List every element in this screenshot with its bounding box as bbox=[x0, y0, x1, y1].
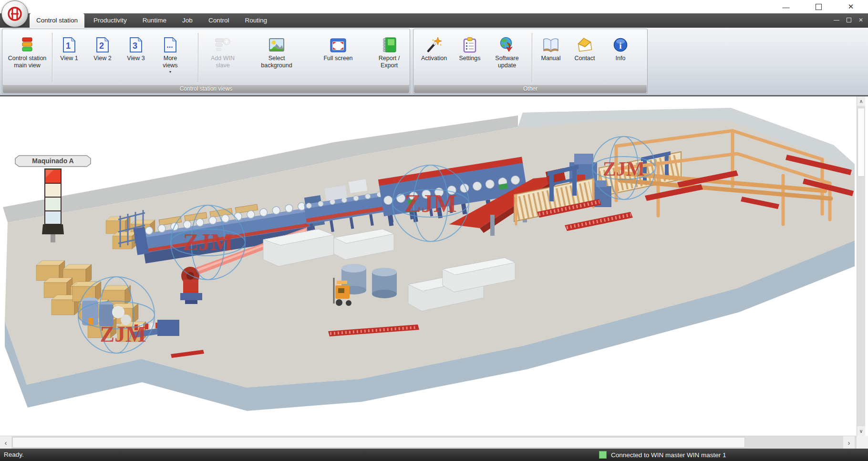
separator bbox=[532, 33, 532, 82]
window-restore-button[interactable] bbox=[808, 0, 829, 13]
view-1-button[interactable]: 1 View 1 bbox=[54, 31, 84, 85]
close-icon: ✕ bbox=[848, 2, 854, 11]
scrollbar-corner bbox=[857, 436, 868, 449]
add-win-slave-button[interactable]: Add WIN slave bbox=[202, 31, 244, 85]
svg-text:1: 1 bbox=[66, 41, 71, 51]
settings-button[interactable]: Settings bbox=[455, 31, 485, 85]
select-background-button[interactable]: Select background bbox=[250, 31, 303, 85]
report-notebook-icon bbox=[381, 35, 397, 53]
zjm-watermark-text: ZJM bbox=[100, 322, 146, 346]
envelope-icon bbox=[576, 35, 593, 53]
page-dots-icon: ... bbox=[162, 35, 178, 53]
more-views-button[interactable]: ... More views ▼ bbox=[154, 31, 186, 85]
dropdown-arrow-icon: ▼ bbox=[169, 70, 172, 73]
activation-button[interactable]: Activation bbox=[415, 31, 453, 85]
page-3-icon: 3 bbox=[128, 35, 144, 53]
app-logo[interactable] bbox=[1, 0, 28, 27]
stack-light-icon bbox=[20, 35, 35, 53]
contact-button[interactable]: Contact bbox=[568, 31, 601, 85]
button-label: Add WIN slave bbox=[208, 55, 238, 69]
chevron-left-icon: ‹ bbox=[5, 439, 7, 447]
vertical-scrollbar[interactable]: ∧ ∨ bbox=[857, 96, 865, 436]
vertical-scroll-thumb[interactable] bbox=[858, 108, 865, 177]
page-2-icon: 2 bbox=[94, 35, 111, 53]
minimize-icon: — bbox=[783, 3, 790, 11]
status-ready-text: Ready. bbox=[4, 449, 24, 461]
clipboard-icon bbox=[462, 35, 478, 53]
connection-status: Connected to WIN master WIN master 1 bbox=[599, 449, 726, 461]
magic-wand-icon bbox=[426, 35, 442, 53]
svg-text:2: 2 bbox=[99, 41, 104, 51]
info-icon: i bbox=[612, 35, 629, 53]
machine-label-text: Maquinado A bbox=[32, 157, 73, 165]
stack-light[interactable] bbox=[42, 169, 64, 242]
page-1-icon: 1 bbox=[61, 35, 77, 53]
tab-routing[interactable]: Routing bbox=[238, 13, 274, 28]
tab-control-station[interactable]: Control station bbox=[30, 13, 84, 28]
tab-productivity[interactable]: Productivity bbox=[87, 13, 134, 28]
info-button[interactable]: i Info bbox=[606, 31, 635, 85]
mdi-close-button[interactable]: ✕ bbox=[858, 17, 863, 23]
connection-green-indicator bbox=[599, 451, 607, 459]
restore-icon bbox=[816, 4, 822, 10]
button-label: Activation bbox=[421, 55, 447, 62]
connection-status-text: Connected to WIN master WIN master 1 bbox=[611, 451, 726, 459]
horizontal-scroll-thumb[interactable] bbox=[12, 437, 745, 448]
report-export-button[interactable]: Report / Export bbox=[369, 31, 410, 85]
button-label: Contact bbox=[574, 55, 595, 62]
zjm-watermark-text: ZJM bbox=[404, 190, 457, 217]
mdi-minimize-button[interactable]: — bbox=[834, 17, 839, 23]
ribbon: Control station main view 1 View 1 2 bbox=[0, 28, 868, 95]
button-label: Full screen bbox=[323, 55, 352, 62]
separator bbox=[198, 33, 198, 82]
ribbon-group-other: Activation Settings bbox=[413, 29, 648, 94]
zjm-watermark-text: ZJM bbox=[183, 229, 233, 255]
button-label: View 3 bbox=[127, 55, 145, 62]
group-label-control-station-views: Control station views bbox=[3, 85, 409, 93]
open-book-icon bbox=[542, 35, 559, 53]
button-label: More views bbox=[160, 55, 180, 69]
ribbon-tab-strip: Control station Productivity Runtime Job… bbox=[0, 13, 868, 28]
view-3-button[interactable]: 3 View 3 bbox=[121, 31, 151, 85]
button-label: Select background bbox=[258, 55, 295, 69]
machine-label[interactable]: Maquinado A bbox=[15, 156, 91, 167]
mdi-restore-button[interactable] bbox=[847, 18, 851, 22]
factory-3d-view[interactable]: ZJM ZJM ZJM ZJM Maquinado A bbox=[0, 96, 857, 436]
button-label: Manual bbox=[541, 55, 561, 62]
full-screen-icon bbox=[330, 35, 347, 53]
button-label: Software update bbox=[492, 55, 522, 69]
group-label-other: Other bbox=[414, 85, 647, 93]
title-bar: — ✕ bbox=[0, 0, 868, 13]
picture-icon bbox=[269, 35, 285, 53]
chevron-right-icon: › bbox=[848, 439, 850, 447]
button-label: View 2 bbox=[93, 55, 111, 62]
status-bar: Ready. Connected to WIN master WIN maste… bbox=[0, 449, 868, 461]
tab-control[interactable]: Control bbox=[202, 13, 236, 28]
mdi-window-controls: — ✕ bbox=[834, 17, 863, 23]
manual-button[interactable]: Manual bbox=[536, 31, 566, 85]
separator bbox=[52, 33, 52, 82]
button-label: View 1 bbox=[60, 55, 78, 62]
ribbon-group-control-station-views: Control station main view 1 View 1 2 bbox=[2, 29, 410, 94]
scroll-left-button[interactable]: ‹ bbox=[0, 436, 11, 449]
button-label: Settings bbox=[459, 55, 480, 62]
control-station-main-view-button[interactable]: Control station main view bbox=[4, 31, 51, 85]
horizontal-scrollbar[interactable]: ‹ › bbox=[0, 436, 857, 449]
window-close-button[interactable]: ✕ bbox=[840, 0, 861, 13]
app-logo-icon bbox=[6, 5, 23, 22]
scroll-right-button[interactable]: › bbox=[843, 436, 855, 449]
scroll-up-button[interactable]: ∧ bbox=[857, 96, 865, 106]
svg-text:3: 3 bbox=[133, 41, 137, 51]
software-update-button[interactable]: Software update bbox=[486, 31, 528, 85]
tabs: Control station Productivity Runtime Job… bbox=[30, 13, 276, 28]
scroll-down-button[interactable]: ∨ bbox=[857, 426, 865, 436]
svg-text:i: i bbox=[619, 41, 621, 51]
tab-runtime[interactable]: Runtime bbox=[136, 13, 173, 28]
window-minimize-button[interactable]: — bbox=[775, 0, 796, 13]
svg-text:...: ... bbox=[166, 41, 173, 49]
chevron-down-icon: ∨ bbox=[859, 428, 863, 434]
chevron-up-icon: ∧ bbox=[859, 98, 863, 105]
tab-job[interactable]: Job bbox=[176, 13, 199, 28]
view-2-button[interactable]: 2 View 2 bbox=[87, 31, 118, 85]
full-screen-button[interactable]: Full screen bbox=[310, 31, 366, 85]
